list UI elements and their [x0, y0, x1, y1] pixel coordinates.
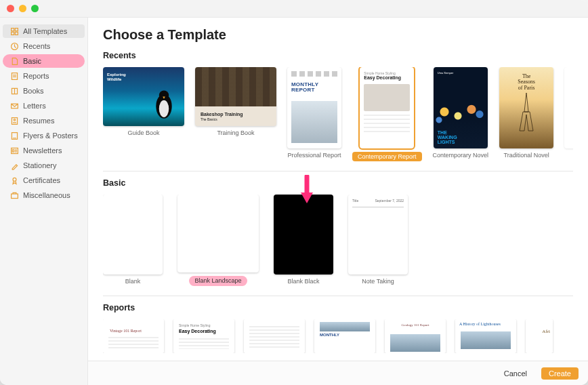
- sidebar-item-miscellaneous[interactable]: Miscellaneous: [3, 188, 85, 202]
- template-label: Contemporary Novel: [433, 152, 489, 159]
- template-chooser-window: All Templates Recents Basic Reports Book…: [0, 0, 588, 385]
- section-heading-reports: Reports: [103, 303, 573, 312]
- svg-rect-3: [15, 32, 18, 35]
- sidebar-item-newsletters[interactable]: Newsletters: [3, 144, 85, 157]
- svg-rect-0: [11, 28, 14, 31]
- sidebar-item-recents[interactable]: Recents: [3, 39, 85, 53]
- footer-bar: Cancel Create: [88, 361, 588, 385]
- book-icon: [9, 86, 19, 96]
- template-label: Traditional Novel: [503, 152, 549, 159]
- template-label: Training Book: [217, 129, 254, 136]
- svg-rect-2: [11, 32, 14, 35]
- sidebar-item-label: Books: [23, 87, 44, 95]
- sidebar-item-label: Recents: [23, 42, 50, 50]
- doc-icon: [9, 56, 19, 66]
- template-label: Professional Report: [287, 152, 341, 159]
- section-divider: [103, 296, 573, 296]
- sidebar-item-label: Flyers & Posters: [23, 131, 78, 140]
- news-icon: [9, 146, 19, 155]
- cert-icon: [9, 176, 19, 185]
- window-titlebar: [0, 0, 588, 18]
- template-note-taking[interactable]: TitleSeptember 7, 2022 Note Taking: [348, 195, 408, 285]
- sidebar-item-label: Stationery: [23, 161, 57, 169]
- basic-row: Blank Blank Landscape Blank Black TitleS…: [103, 195, 573, 289]
- sidebar-item-certificates[interactable]: Certificates: [3, 174, 85, 187]
- stationery-icon: [9, 161, 19, 170]
- template-label: Note Taking: [362, 278, 394, 285]
- template-report-4[interactable]: MONTHLY: [314, 319, 375, 353]
- reports-row: Vintage 101 Report Simple Home Styling E…: [103, 319, 573, 353]
- sidebar-item-label: Basic: [23, 57, 41, 65]
- template-report-6[interactable]: A History of Lighthouses: [455, 319, 516, 353]
- clock-icon: [9, 41, 19, 51]
- flyer-icon: [9, 131, 19, 140]
- section-heading-recents: Recents: [103, 51, 573, 60]
- recents-row: ExploringWildlife Guide Book Bakeshop Tr…: [103, 67, 573, 165]
- misc-icon: [9, 190, 19, 200]
- template-guide-book[interactable]: ExploringWildlife Guide Book: [103, 67, 184, 136]
- section-divider: [103, 171, 573, 171]
- sidebar: All Templates Recents Basic Reports Book…: [0, 18, 88, 385]
- sidebar-item-label: Newsletters: [23, 146, 62, 155]
- template-traditional-novel[interactable]: TheSeasonsof Paris Traditional Novel: [499, 67, 553, 159]
- template-report-7[interactable]: Afri: [526, 319, 553, 353]
- template-contemporary-novel[interactable]: Uma Semper THEWAKINGLIGHTS Contemporary …: [433, 67, 489, 159]
- svg-point-14: [159, 100, 169, 117]
- sidebar-item-flyers[interactable]: Flyers & Posters: [3, 129, 85, 142]
- sidebar-item-books[interactable]: Books: [3, 84, 85, 98]
- template-label: Contemporary Report: [352, 152, 422, 161]
- sidebar-item-resumes[interactable]: Resumes: [3, 114, 85, 127]
- window-close-button[interactable]: [7, 5, 14, 12]
- svg-point-11: [13, 178, 16, 181]
- sidebar-item-label: Letters: [23, 102, 46, 110]
- template-report-5[interactable]: Geology 101 Report: [385, 319, 446, 353]
- annotation-arrow-icon: [298, 175, 316, 206]
- cancel-button[interactable]: Cancel: [497, 367, 534, 380]
- template-extra-recents[interactable]: [564, 67, 573, 148]
- window-minimize-button[interactable]: [19, 5, 26, 12]
- template-blank-black[interactable]: Blank Black: [274, 195, 333, 285]
- window-zoom-button[interactable]: [31, 5, 39, 12]
- sidebar-item-basic[interactable]: Basic: [3, 54, 85, 68]
- svg-rect-1: [15, 28, 18, 31]
- main-content: Choose a Template Recents ExploringWildl…: [88, 18, 588, 385]
- create-button[interactable]: Create: [541, 367, 579, 380]
- template-label: Blank Landscape: [189, 276, 247, 285]
- sidebar-item-stationery[interactable]: Stationery: [3, 159, 85, 172]
- template-report-1[interactable]: Vintage 101 Report: [103, 319, 164, 353]
- template-report-3[interactable]: [244, 319, 305, 353]
- sidebar-item-label: Resumes: [23, 117, 54, 125]
- svg-rect-12: [11, 194, 18, 199]
- sidebar-item-label: Certificates: [23, 176, 60, 184]
- template-label: Blank Black: [287, 278, 319, 285]
- template-training-book[interactable]: Bakeshop TrainingThe Basics Training Boo…: [195, 67, 276, 136]
- svg-point-8: [14, 119, 15, 120]
- sidebar-item-label: Reports: [23, 72, 49, 80]
- page-title: Choose a Template: [103, 27, 573, 43]
- sidebar-item-label: Miscellaneous: [23, 191, 70, 199]
- template-report-2[interactable]: Simple Home Styling Easy Decorating: [173, 319, 234, 353]
- letter-icon: [9, 101, 19, 110]
- template-professional-report[interactable]: MONTHLYREPORT Professional Report: [287, 67, 341, 159]
- template-contemporary-report[interactable]: Simple Home Styling Easy Decorating Cont…: [352, 67, 422, 161]
- template-blank[interactable]: Blank: [103, 195, 163, 285]
- template-blank-landscape[interactable]: Blank Landscape: [177, 195, 259, 285]
- sidebar-item-letters[interactable]: Letters: [3, 99, 85, 113]
- svg-rect-5: [12, 73, 17, 79]
- template-label: Blank: [125, 278, 141, 285]
- sidebar-item-reports[interactable]: Reports: [3, 69, 85, 83]
- resume-icon: [9, 116, 19, 125]
- report-icon: [9, 71, 19, 81]
- sidebar-item-label: All Templates: [23, 27, 67, 35]
- sidebar-item-all-templates[interactable]: All Templates: [3, 24, 85, 38]
- template-label: Guide Book: [127, 129, 159, 136]
- grid-icon: [9, 26, 19, 36]
- section-heading-basic: Basic: [103, 178, 573, 188]
